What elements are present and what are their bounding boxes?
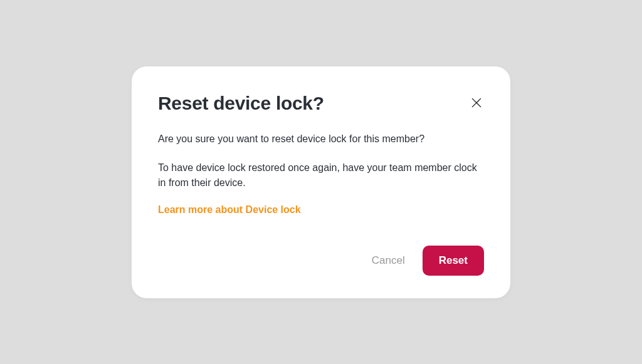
reset-device-lock-modal: Reset device lock? Are you sure you want… (132, 66, 510, 298)
cancel-button[interactable]: Cancel (367, 247, 410, 274)
modal-body: Are you sure you want to reset device lo… (158, 132, 484, 216)
learn-more-link[interactable]: Learn more about Device lock (158, 204, 301, 216)
modal-header: Reset device lock? (158, 93, 484, 114)
modal-title: Reset device lock? (158, 93, 324, 114)
close-icon (470, 96, 483, 109)
reset-button[interactable]: Reset (423, 246, 484, 276)
confirmation-question: Are you sure you want to reset device lo… (158, 132, 484, 147)
modal-footer: Cancel Reset (158, 246, 484, 276)
close-button[interactable] (469, 95, 484, 110)
restore-instructions: To have device lock restored once again,… (158, 160, 484, 190)
